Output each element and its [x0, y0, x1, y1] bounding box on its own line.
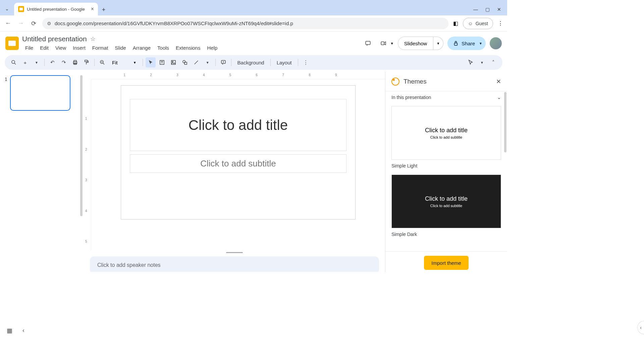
lock-icon: [453, 40, 459, 46]
search-menus-icon[interactable]: [9, 57, 19, 67]
redo-icon[interactable]: ↷: [59, 57, 69, 67]
profile-guest-button[interactable]: ☺ Guest: [463, 18, 493, 29]
slides-favicon-icon: [18, 6, 24, 12]
browser-tab[interactable]: Untitled presentation - Google ×: [14, 3, 98, 15]
tab-title: Untitled presentation - Google: [27, 7, 85, 12]
subtitle-placeholder[interactable]: Click to add subtitle: [130, 154, 346, 173]
speaker-notes[interactable]: Click to add speaker notes: [90, 256, 379, 272]
themes-section-label: In this presentation: [391, 95, 431, 100]
menu-view[interactable]: View: [52, 44, 69, 52]
themes-icon: [391, 78, 399, 86]
menu-file[interactable]: File: [22, 44, 36, 52]
print-icon[interactable]: [70, 57, 80, 67]
line-tool-icon[interactable]: [191, 57, 201, 67]
star-icon[interactable]: ☆: [90, 35, 96, 43]
horizontal-ruler[interactable]: 1 2 3 4 5 6 7 8 9: [91, 72, 385, 79]
zoom-icon[interactable]: [97, 57, 107, 67]
close-window-icon[interactable]: ✕: [497, 7, 501, 12]
menu-slide[interactable]: Slide: [112, 44, 129, 52]
side-panel-icon[interactable]: ◧: [453, 20, 458, 27]
new-slide-icon[interactable]: +: [20, 57, 30, 67]
video-call-dropdown-icon[interactable]: ▼: [390, 42, 394, 45]
slide-thumbnail-panel: 1: [0, 72, 84, 272]
thumbnail-scrollbar[interactable]: [80, 75, 83, 216]
import-theme-button[interactable]: Import theme: [424, 256, 468, 270]
pointer-options-icon[interactable]: [466, 57, 476, 67]
title-placeholder[interactable]: Click to add title: [130, 99, 346, 151]
menu-help[interactable]: Help: [204, 44, 220, 52]
menu-format[interactable]: Format: [89, 44, 111, 52]
zoom-select[interactable]: Fit ▼: [109, 60, 140, 65]
svg-point-3: [12, 60, 15, 63]
themes-section-toggle[interactable]: In this presentation ⌄: [385, 91, 507, 103]
site-info-icon[interactable]: ⚙: [47, 21, 51, 26]
themes-scrollbar[interactable]: [504, 92, 506, 152]
document-title[interactable]: Untitled presentation: [22, 35, 87, 43]
theme-option-light[interactable]: Click to add title Click to add subtitle: [391, 106, 501, 160]
textbox-tool-icon[interactable]: [157, 57, 167, 67]
background-button[interactable]: Background: [234, 60, 268, 65]
paint-format-icon[interactable]: [82, 57, 92, 67]
close-tab-icon[interactable]: ×: [91, 6, 94, 12]
image-tool-icon[interactable]: [168, 57, 178, 67]
slide-number: 1: [5, 75, 7, 271]
slides-logo-icon[interactable]: [5, 37, 19, 50]
video-call-icon[interactable]: [378, 38, 389, 49]
svg-rect-10: [171, 60, 175, 64]
menubar: File Edit View Insert Format Slide Arran…: [22, 44, 220, 52]
tabs-dropdown-icon[interactable]: ⌄: [0, 2, 14, 15]
svg-rect-0: [366, 41, 370, 45]
maximize-icon[interactable]: ▢: [485, 7, 490, 12]
more-tools-icon[interactable]: ⋮: [301, 57, 311, 67]
chevron-down-icon: ⌄: [497, 95, 501, 100]
chrome-menu-icon[interactable]: ⋮: [498, 20, 503, 27]
menu-tools[interactable]: Tools: [154, 44, 172, 52]
svg-rect-1: [381, 42, 384, 45]
guest-icon: ☺: [468, 21, 473, 26]
new-tab-button[interactable]: +: [98, 4, 109, 15]
slideshow-dropdown-icon[interactable]: ▼: [433, 37, 443, 50]
line-dropdown-icon[interactable]: ▼: [203, 57, 213, 67]
comments-icon[interactable]: [362, 38, 374, 49]
vertical-ruler[interactable]: 1 2 3 4 5: [84, 79, 91, 250]
slide[interactable]: Click to add title Click to add subtitle: [121, 85, 356, 220]
menu-extensions[interactable]: Extensions: [173, 44, 203, 52]
collapse-toolbar-icon[interactable]: ˄: [488, 57, 498, 67]
theme-name: Simple Light: [391, 163, 501, 168]
new-slide-dropdown-icon[interactable]: ▼: [32, 57, 42, 67]
url-text: docs.google.com/presentation/d/16GVfUDKY…: [55, 20, 293, 26]
theme-option-dark[interactable]: Click to add title Click to add subtitle: [391, 175, 501, 228]
slideshow-button[interactable]: Slideshow: [398, 37, 433, 50]
theme-name: Simple Dark: [391, 232, 501, 237]
account-avatar[interactable]: [490, 37, 502, 49]
close-themes-icon[interactable]: ✕: [496, 78, 501, 85]
zoom-value: Fit: [112, 60, 118, 65]
svg-rect-5: [74, 60, 76, 62]
pointer-dropdown-icon[interactable]: ▼: [477, 57, 487, 67]
share-dropdown-icon[interactable]: ▼: [479, 42, 482, 45]
svg-point-12: [183, 60, 185, 63]
shape-tool-icon[interactable]: [180, 57, 190, 67]
undo-icon[interactable]: ↶: [47, 57, 57, 67]
url-input[interactable]: ⚙ docs.google.com/presentation/d/16GVfUD…: [42, 18, 448, 29]
share-label: Share: [462, 41, 475, 46]
toolbar: + ▼ ↶ ↷ Fit ▼ ▼ Background Layout ⋮ ▼ ˄: [5, 55, 502, 70]
back-button[interactable]: ←: [4, 20, 12, 27]
reload-button[interactable]: ⟳: [30, 20, 38, 27]
notes-resize-handle[interactable]: [226, 252, 243, 253]
zoom-dropdown-icon: ▼: [133, 61, 137, 64]
svg-point-11: [172, 61, 173, 62]
comment-tool-icon[interactable]: [218, 57, 228, 67]
minimize-icon[interactable]: —: [473, 7, 478, 12]
menu-edit[interactable]: Edit: [37, 44, 52, 52]
app-header: Untitled presentation ☆ File Edit View I…: [0, 32, 507, 55]
slide-canvas[interactable]: Click to add title Click to add subtitle: [91, 79, 385, 250]
canvas-area: 1 2 3 4 5 6 7 8 9 1 2 3 4 5 Click to add…: [84, 72, 385, 272]
menu-arrange[interactable]: Arrange: [130, 44, 154, 52]
menu-insert[interactable]: Insert: [70, 44, 89, 52]
layout-button[interactable]: Layout: [273, 60, 295, 65]
themes-panel: Themes ✕ In this presentation ⌄ Click to…: [385, 72, 507, 272]
select-tool-icon[interactable]: [146, 57, 156, 67]
slide-thumbnail[interactable]: [10, 75, 70, 111]
share-button[interactable]: Share ▼: [447, 37, 486, 50]
